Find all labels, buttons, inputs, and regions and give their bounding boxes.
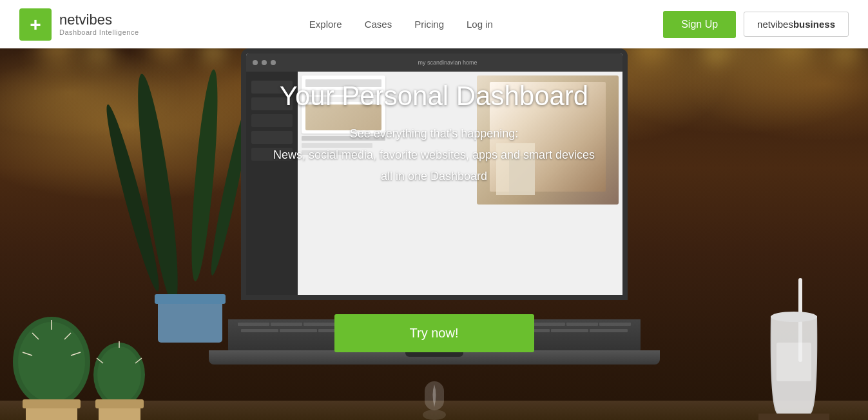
hero-description-1: News, social media, favorite websites, a… — [273, 146, 595, 165]
site-header: + netvibes Dashboard Intelligence Explor… — [0, 0, 868, 48]
logo-tagline: Dashboard Intelligence — [59, 28, 139, 37]
header-actions: Sign Up netvibesbusiness — [663, 11, 849, 38]
hero-section: my scandinavian home — [0, 0, 868, 420]
nav-pricing[interactable]: Pricing — [414, 19, 444, 30]
business-suffix: business — [793, 19, 835, 30]
logo-name: netvibes — [59, 12, 139, 28]
business-prefix: netvibes — [757, 19, 793, 30]
svg-rect-21 — [95, 399, 144, 408]
hero-description-2: all in one Dashboard — [381, 167, 487, 186]
business-button[interactable]: netvibesbusiness — [744, 12, 849, 37]
svg-rect-14 — [23, 399, 81, 408]
signup-button[interactable]: Sign Up — [663, 11, 736, 38]
logo-area: + netvibes Dashboard Intelligence — [19, 8, 139, 41]
svg-point-16 — [97, 346, 141, 403]
logo-plus: + — [30, 15, 41, 34]
logo-text-area: netvibes Dashboard Intelligence — [59, 12, 139, 37]
nav-cases[interactable]: Cases — [365, 19, 392, 30]
main-nav: Explore Cases Pricing Log in — [309, 19, 493, 30]
hero-subtitle: See everything that's happening: — [350, 125, 519, 143]
nav-login[interactable]: Log in — [467, 19, 493, 30]
logo-icon[interactable]: + — [19, 8, 52, 41]
nav-explore[interactable]: Explore — [309, 19, 342, 30]
bottom-hint-area — [418, 381, 450, 420]
try-now-button[interactable]: Try now! — [334, 314, 534, 352]
hero-title: Your Personal Dashboard — [280, 81, 588, 112]
bottom-icon — [418, 381, 450, 420]
svg-rect-26 — [758, 414, 829, 420]
svg-point-28 — [423, 410, 446, 420]
hero-content: Your Personal Dashboard See everything t… — [0, 48, 868, 352]
